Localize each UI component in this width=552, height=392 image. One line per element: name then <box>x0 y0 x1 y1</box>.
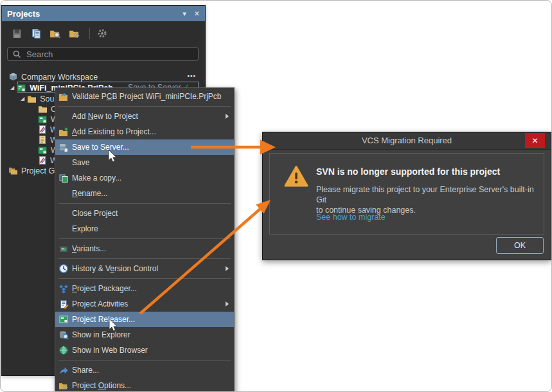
panel-close-icon[interactable]: ✕ <box>194 10 200 18</box>
packager-icon <box>55 284 72 294</box>
menu-item-add-new-to-project[interactable]: Add New to Project <box>55 109 234 124</box>
toolbar-separator <box>89 28 90 39</box>
save-icon <box>12 28 22 39</box>
dialog-close-button[interactable]: ✕ <box>525 133 545 148</box>
menu-separator <box>58 258 231 259</box>
workspace-cube-icon <box>8 72 18 82</box>
search-input[interactable] <box>25 49 188 60</box>
panel-menu-caret-icon[interactable]: ▾ <box>183 10 186 18</box>
folder-search-button[interactable] <box>47 26 64 40</box>
globe-icon <box>55 345 72 355</box>
database-search-icon <box>55 330 72 340</box>
warning-triangle-icon <box>284 165 308 190</box>
copy-icon <box>55 174 72 183</box>
dialog-title: VCS Migration Required <box>263 132 551 150</box>
submenu-arrow-icon <box>226 266 229 271</box>
folder-settings-icon <box>55 381 72 391</box>
menu-separator <box>58 203 231 204</box>
workspace-more-icon[interactable]: ••• <box>187 73 196 80</box>
menu-item-save[interactable]: Save <box>55 155 234 170</box>
dialog-body-text: Please migrate this project to your Ente… <box>316 184 544 215</box>
menu-item-share[interactable]: Share... <box>55 362 234 378</box>
copy-documents-icon <box>31 28 42 39</box>
menu-item-close-project[interactable]: Close Project <box>55 206 234 221</box>
menu-separator <box>58 238 231 239</box>
pcb-project-icon <box>55 315 72 324</box>
tree-item-company-workspace[interactable]: Company Workspace <box>8 71 98 82</box>
menu-item-variants[interactable]: Variants... <box>55 241 234 256</box>
dialog-message-panel: SVN is no longer supported for this proj… <box>269 153 544 235</box>
folder-icon <box>38 105 48 113</box>
pcb-doc-icon <box>38 146 48 155</box>
variants-board-icon <box>55 244 72 254</box>
tree-label: Sou <box>40 94 54 103</box>
folder-open-icon <box>27 94 37 103</box>
submenu-arrow-icon <box>226 114 229 119</box>
menu-item-validate-project[interactable]: Validate PCB Project WiFi_miniPCIe.PrjPc… <box>55 89 234 104</box>
menu-item-project-packager[interactable]: Project Packager... <box>55 281 234 296</box>
menu-separator <box>58 360 231 361</box>
folder-settings-button[interactable] <box>66 26 83 40</box>
tree-label: Project G <box>21 166 55 175</box>
pcb-doc-icon <box>38 115 48 124</box>
activities-doc-icon <box>55 299 72 309</box>
share-arrow-icon <box>55 366 72 375</box>
tree-item-project-group[interactable]: Project G <box>8 165 55 176</box>
project-context-menu: Validate PCB Project WiFi_miniPCIe.PrjPc… <box>55 87 235 392</box>
close-icon: ✕ <box>531 136 538 145</box>
menu-item-explore[interactable]: Explore <box>55 221 234 236</box>
tree-expand-icon[interactable]: ◢ <box>10 85 14 91</box>
tree-item-source-documents[interactable]: ◢ Sou <box>21 93 54 104</box>
menu-item-history-version-control[interactable]: History & Version Control <box>55 261 234 276</box>
vcs-migration-dialog: VCS Migration Required ✕ SVN is no longe… <box>262 132 551 260</box>
settings-gear-icon <box>96 28 108 39</box>
menu-item-project-activities[interactable]: Project Activities <box>55 296 234 312</box>
dialog-heading: SVN is no longer supported for this proj… <box>316 166 500 177</box>
project-group-icon <box>8 166 18 175</box>
dialog-body-line1: Please migrate this project to your Ente… <box>316 184 544 205</box>
search-box[interactable] <box>7 47 199 61</box>
schematic-doc-icon <box>38 156 47 165</box>
menu-item-save-to-server[interactable]: Save to Server... <box>55 139 234 155</box>
save-button[interactable] <box>8 26 25 40</box>
ok-button[interactable]: OK <box>496 237 544 254</box>
menu-item-show-in-explorer[interactable]: Show in Explorer <box>55 327 234 343</box>
menu-item-project-options[interactable]: Project Options... <box>55 378 234 392</box>
folder-plus-icon <box>55 127 72 137</box>
history-clock-icon <box>55 263 72 274</box>
menu-separator <box>58 278 231 279</box>
schematic-doc-icon <box>38 125 47 134</box>
menu-item-show-in-web-browser[interactable]: Show in Web Browser <box>55 343 234 358</box>
folder-settings-icon <box>69 28 80 39</box>
panel-toolbar <box>2 22 205 44</box>
pcb-project-icon <box>17 84 26 93</box>
submenu-arrow-icon <box>226 301 229 307</box>
validate-project-icon <box>55 92 72 102</box>
search-icon <box>13 50 21 58</box>
menu-item-add-existing-to-project[interactable]: Add Existing to Project... <box>55 124 234 139</box>
panel-titlebar[interactable]: Projects ▾ ✕ <box>2 6 205 21</box>
tree-label: Company Workspace <box>21 73 98 82</box>
folder-search-icon <box>49 28 61 39</box>
text-doc-icon <box>38 135 47 145</box>
menu-separator <box>58 106 231 107</box>
menu-item-project-releaser[interactable]: Project Releaser... <box>55 312 234 327</box>
server-icon <box>55 143 72 152</box>
copy-documents-button[interactable] <box>28 26 44 40</box>
tree-expand-icon[interactable]: ◢ <box>21 96 24 102</box>
menu-item-make-a-copy[interactable]: Make a copy... <box>55 170 234 186</box>
see-how-to-migrate-link[interactable]: See how to migrate <box>316 213 386 222</box>
settings-gear-button[interactable] <box>94 26 111 40</box>
panel-title: Projects <box>7 9 40 19</box>
menu-item-rename[interactable]: Rename... <box>55 186 234 201</box>
